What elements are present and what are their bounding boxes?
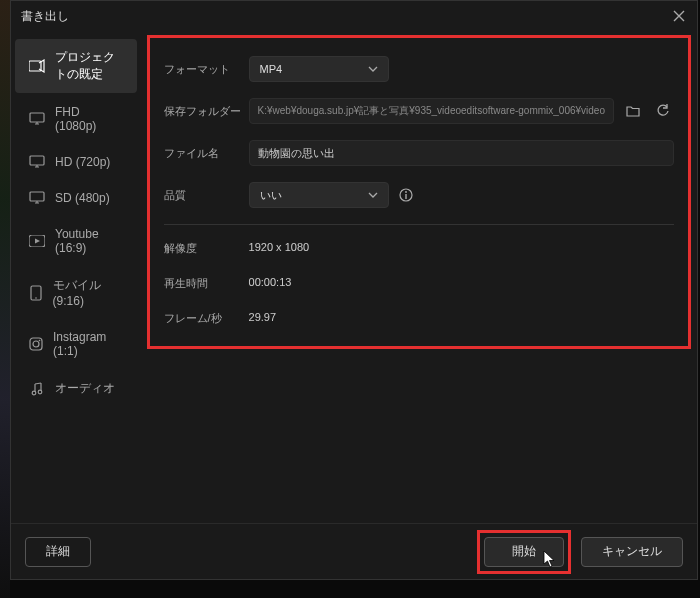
- svg-point-6: [35, 297, 37, 299]
- sidebar-item-label: Instagram (1:1): [53, 330, 123, 358]
- sidebar-item-project-default[interactable]: プロジェクトの既定: [15, 39, 137, 93]
- svg-rect-2: [30, 156, 44, 165]
- filename-label: ファイル名: [164, 146, 249, 161]
- chevron-down-icon: [368, 192, 378, 198]
- export-preset-icon: [29, 59, 45, 73]
- youtube-icon: [29, 235, 45, 247]
- sidebar-item-label: FHD (1080p): [55, 105, 123, 133]
- reset-icon: [656, 104, 670, 118]
- start-button[interactable]: 開始: [484, 537, 564, 567]
- mobile-icon: [29, 285, 43, 301]
- audio-icon: [29, 382, 45, 396]
- folder-label: 保存フォルダー: [164, 104, 249, 119]
- sidebar-item-instagram[interactable]: Instagram (1:1): [15, 320, 137, 368]
- folder-row: 保存フォルダー K:¥web¥douga.sub.jp¥記事と写真¥935_vi…: [164, 90, 674, 132]
- close-button[interactable]: [671, 8, 687, 24]
- chevron-down-icon: [368, 66, 378, 72]
- format-row: フォーマット MP4: [164, 48, 674, 90]
- details-button[interactable]: 詳細: [25, 537, 91, 567]
- dialog-footer: 詳細 開始 キャンセル: [11, 523, 697, 579]
- folder-icon: [626, 105, 640, 117]
- folder-path-value: K:¥web¥douga.sub.jp¥記事と写真¥935_videoedits…: [258, 104, 605, 118]
- quality-label: 品質: [164, 188, 249, 203]
- quality-value: いい: [260, 188, 282, 203]
- sidebar-item-audio[interactable]: オーディオ: [15, 370, 137, 407]
- duration-row: 再生時間 00:00:13: [164, 266, 674, 301]
- divider: [164, 224, 674, 225]
- sidebar-item-label: プロジェクトの既定: [55, 49, 123, 83]
- highlighted-start-area: 開始: [477, 530, 571, 574]
- fps-row: フレーム/秒 29.97: [164, 301, 674, 336]
- details-button-label: 詳細: [46, 543, 70, 560]
- svg-point-8: [33, 341, 39, 347]
- svg-rect-3: [30, 192, 44, 201]
- close-icon: [673, 10, 685, 22]
- sidebar-item-mobile[interactable]: モバイル (9:16): [15, 267, 137, 318]
- sidebar-item-fhd[interactable]: FHD (1080p): [15, 95, 137, 143]
- svg-point-11: [38, 390, 42, 394]
- folder-path-input[interactable]: K:¥web¥douga.sub.jp¥記事と写真¥935_videoedits…: [249, 98, 614, 124]
- titlebar: 書き出し: [11, 1, 697, 31]
- duration-value: 00:00:13: [249, 276, 292, 291]
- duration-label: 再生時間: [164, 276, 249, 291]
- sidebar-item-youtube[interactable]: Youtube (16:9): [15, 217, 137, 265]
- instagram-icon: [29, 337, 43, 351]
- highlighted-settings-area: フォーマット MP4 保存フォルダー K:¥web¥douga.sub.jp¥記…: [147, 35, 691, 349]
- filename-row: ファイル名 動物園の思い出: [164, 132, 674, 174]
- sidebar-item-label: オーディオ: [55, 380, 115, 397]
- format-label: フォーマット: [164, 62, 249, 77]
- sidebar-item-label: Youtube (16:9): [55, 227, 123, 255]
- reset-folder-button[interactable]: [652, 100, 674, 122]
- filename-input[interactable]: 動物園の思い出: [249, 140, 674, 166]
- svg-rect-14: [405, 194, 406, 199]
- svg-rect-7: [30, 338, 42, 350]
- sidebar-item-label: HD (720p): [55, 155, 110, 169]
- sidebar-item-label: モバイル (9:16): [53, 277, 123, 308]
- fps-label: フレーム/秒: [164, 311, 249, 326]
- sidebar-item-hd[interactable]: HD (720p): [15, 145, 137, 179]
- start-button-label: 開始: [512, 543, 536, 560]
- quality-select[interactable]: いい: [249, 182, 389, 208]
- filename-value: 動物園の思い出: [258, 146, 335, 161]
- info-icon: [399, 188, 413, 202]
- quality-row: 品質 いい: [164, 174, 674, 216]
- monitor-icon: [29, 112, 45, 126]
- svg-point-13: [405, 191, 407, 193]
- resolution-label: 解像度: [164, 241, 249, 256]
- sidebar-item-label: SD (480p): [55, 191, 110, 205]
- cancel-button-label: キャンセル: [602, 543, 662, 560]
- sidebar-item-sd[interactable]: SD (480p): [15, 181, 137, 215]
- svg-rect-1: [30, 113, 44, 122]
- browse-folder-button[interactable]: [622, 100, 644, 122]
- fps-value: 29.97: [249, 311, 277, 326]
- resolution-row: 解像度 1920 x 1080: [164, 231, 674, 266]
- resolution-value: 1920 x 1080: [249, 241, 310, 256]
- export-dialog: 書き出し プロジェクトの既定 FHD (1080p): [10, 0, 698, 580]
- format-value: MP4: [260, 63, 283, 75]
- cursor-icon: [543, 550, 557, 568]
- background-thumbnail-strip: [0, 0, 10, 598]
- cancel-button[interactable]: キャンセル: [581, 537, 683, 567]
- format-select[interactable]: MP4: [249, 56, 389, 82]
- quality-info-button[interactable]: [397, 186, 415, 204]
- svg-point-10: [32, 391, 36, 395]
- svg-point-9: [39, 340, 41, 342]
- window-title: 書き出し: [21, 8, 69, 25]
- monitor-icon: [29, 155, 45, 169]
- dialog-body: プロジェクトの既定 FHD (1080p) HD (720p) SD (480p…: [11, 31, 697, 523]
- settings-panel: フォーマット MP4 保存フォルダー K:¥web¥douga.sub.jp¥記…: [141, 31, 697, 523]
- preset-sidebar: プロジェクトの既定 FHD (1080p) HD (720p) SD (480p…: [11, 31, 141, 523]
- monitor-icon: [29, 191, 45, 205]
